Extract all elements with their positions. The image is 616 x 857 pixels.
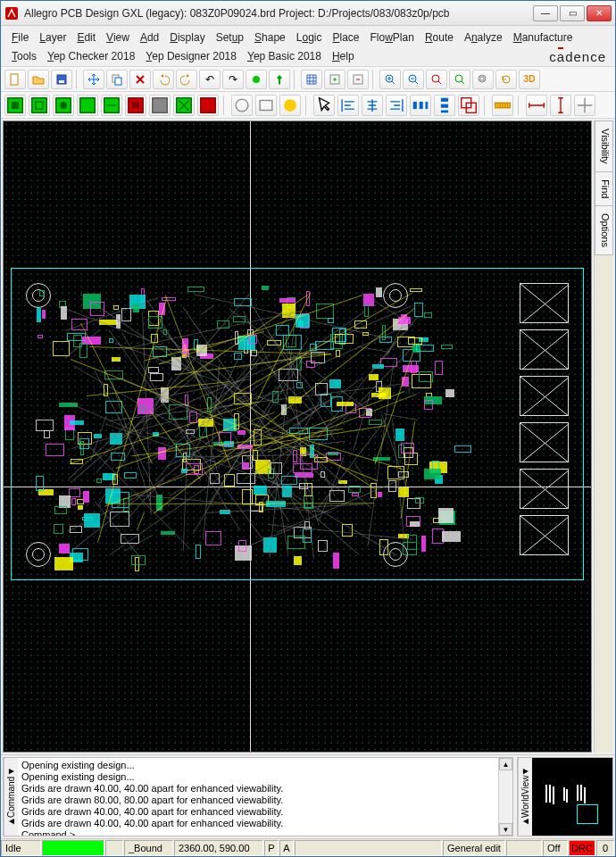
svg-rect-17 [32,97,47,112]
menu-add[interactable]: Add [135,29,164,46]
worldview-canvas[interactable] [532,758,612,836]
redo-button[interactable] [176,70,197,89]
menu-layer[interactable]: Layer [34,29,71,46]
menu-place[interactable]: Place [327,29,364,46]
save-button[interactable] [51,70,72,89]
tab-options[interactable]: Options [595,205,613,255]
titlebar[interactable]: Allegro PCB Design GXL (legacy): 083Z0P0… [1,1,615,26]
maximize-button[interactable]: ▭ [560,5,585,21]
refresh-button[interactable] [495,70,517,89]
menu-edit[interactable]: Edit [71,29,101,46]
status-count: 0 [596,840,614,856]
svg-point-6 [253,76,260,83]
layer-6-button[interactable] [125,95,146,116]
group-button[interactable] [458,95,479,116]
status-idle: Idle [1,840,41,856]
align-right-button[interactable] [386,95,407,116]
svg-rect-1 [11,74,18,85]
ruler-h-button[interactable] [526,95,547,116]
ruler-v-button[interactable] [550,95,571,116]
svg-rect-34 [441,97,448,101]
menu-tools[interactable]: Tools [6,48,42,64]
layer-1-button[interactable] [4,95,26,116]
zoom-out-button[interactable] [403,70,424,89]
layer-3-button[interactable] [53,95,74,116]
svg-rect-21 [80,97,96,112]
shape-circle-button[interactable] [231,95,253,116]
select-button[interactable] [313,95,335,116]
shape-rect-button[interactable] [255,95,277,116]
marker-button[interactable] [246,70,267,89]
new-button[interactable] [4,70,26,89]
svg-rect-32 [420,101,423,108]
zoom-selection-button[interactable] [449,70,470,89]
assign-button[interactable] [324,70,345,89]
layer-8-button[interactable] [173,95,195,116]
svg-rect-33 [426,101,429,108]
3d-view-button[interactable]: 3D [519,70,540,89]
menu-manufacture[interactable]: Manufacture [508,29,579,46]
undo-button[interactable] [153,70,174,89]
window-title: Allegro PCB Design GXL (legacy): 083Z0P0… [24,7,533,20]
svg-point-30 [284,99,296,112]
close-button[interactable]: ✕ [587,5,612,21]
ruler-both-button[interactable] [574,95,595,116]
zoom-in-button[interactable] [379,70,401,89]
move-button[interactable] [83,70,104,89]
layer-5-button[interactable] [101,95,122,116]
shape-fill-button[interactable] [279,95,301,116]
menu-help[interactable]: Help [327,48,360,64]
menu-logic[interactable]: Logic [291,29,328,46]
menu-setup[interactable]: Setup [211,29,249,46]
menu-display[interactable]: Display [164,29,210,46]
cadence-logo: cadence [549,49,606,64]
pin-button[interactable] [269,70,290,89]
status-a[interactable]: A [279,840,294,856]
zoom-window-button[interactable] [472,70,494,89]
status-drc[interactable]: DRC [569,840,595,856]
rotate-left-button[interactable]: ↶ [199,70,221,89]
svg-point-11 [432,75,439,82]
measure-button[interactable] [492,95,513,116]
delete-button[interactable] [129,70,151,89]
menu-analyze[interactable]: Analyze [459,29,508,46]
distribute-v-button[interactable] [434,95,455,116]
menu-yep-designer[interactable]: Yep Designer 2018 [140,48,242,64]
menu-yep-checker[interactable]: Yep Checker 2018 [42,48,140,64]
status-p[interactable]: P [264,840,279,856]
status-mode: General edit [443,840,505,856]
layer-7-button[interactable] [149,95,171,116]
grid-button[interactable] [301,70,322,89]
zoom-fit-button[interactable] [426,70,447,89]
align-center-button[interactable] [362,95,383,116]
worldview-label: ▶ WorldView ◀ [518,758,532,836]
pcb-canvas[interactable] [3,121,592,753]
menu-yep-basic[interactable]: Yep Basic 2018 [242,48,327,64]
menu-view[interactable]: View [101,29,135,46]
align-left-button[interactable] [337,95,359,116]
svg-rect-31 [413,101,417,108]
layer-9-button[interactable] [197,95,219,116]
command-output[interactable]: Opening existing design...Opening existi… [18,758,498,836]
svg-rect-3 [59,80,64,83]
copy-button[interactable] [106,70,128,89]
minimize-button[interactable]: — [533,5,558,21]
tab-find[interactable]: Find [595,171,613,205]
svg-rect-25 [153,97,168,112]
svg-point-28 [236,99,248,112]
tab-visibility[interactable]: Visibility [595,121,613,171]
unassign-button[interactable] [347,70,369,89]
menu-route[interactable]: Route [420,29,459,46]
status-bound: _Bound [124,840,173,856]
svg-rect-29 [260,100,272,110]
menu-file[interactable]: File [6,29,34,46]
layer-4-button[interactable] [77,95,98,116]
rotate-right-button[interactable]: ↷ [222,70,244,89]
menu-shape[interactable]: Shape [249,29,291,46]
layer-2-button[interactable] [29,95,50,116]
command-scrollbar[interactable]: ▲▼ [498,758,512,836]
distribute-h-button[interactable] [410,95,431,116]
open-button[interactable] [28,70,49,89]
menu-flowplan[interactable]: FlowPlan [365,29,420,46]
svg-point-12 [455,75,462,82]
